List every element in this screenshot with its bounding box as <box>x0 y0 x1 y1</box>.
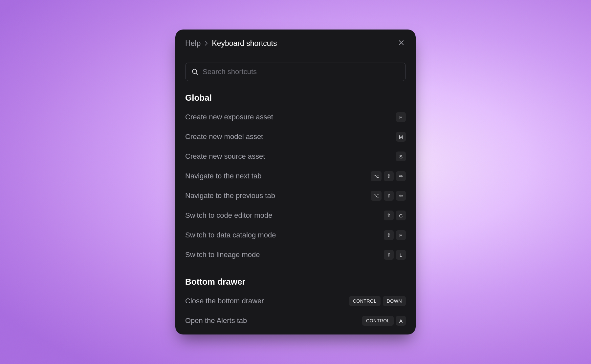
shortcut-label: Navigate to the previous tab <box>185 192 275 200</box>
key-badge: E <box>396 230 406 240</box>
shortcut-label: Navigate to the next tab <box>185 172 261 180</box>
search-field[interactable] <box>185 63 406 81</box>
key-badge: M <box>396 132 406 142</box>
key-badge: ⇧ <box>384 230 394 240</box>
key-badge: ⇧ <box>384 191 394 201</box>
shortcut-label: Close the bottom drawer <box>185 297 264 305</box>
close-button[interactable] <box>397 38 406 49</box>
chevron-right-icon <box>205 41 208 46</box>
shortcuts-list: GlobalCreate new exposure assetECreate n… <box>185 93 406 326</box>
key-badge: ⌥ <box>371 171 382 181</box>
shortcut-keys: ⌥⇧⇦ <box>371 191 406 201</box>
key-badge: ⇦ <box>396 191 406 201</box>
shortcut-keys: M <box>396 132 406 142</box>
shortcut-keys: CONTROLDOWN <box>349 296 406 306</box>
shortcut-row: Switch to code editor mode⇧C <box>185 211 406 220</box>
shortcut-keys: ⇧L <box>384 250 406 260</box>
key-badge: ⇨ <box>396 171 406 181</box>
shortcut-row: Close the bottom drawerCONTROLDOWN <box>185 296 406 306</box>
shortcut-row: Create new source assetS <box>185 152 406 161</box>
key-badge: DOWN <box>383 296 406 306</box>
key-badge: ⌥ <box>371 191 382 201</box>
key-badge: ⇧ <box>384 250 394 260</box>
key-badge: CONTROL <box>362 316 394 326</box>
shortcut-row: Switch to data catalog mode⇧E <box>185 230 406 240</box>
close-icon <box>398 39 405 47</box>
shortcut-keys: ⇧C <box>384 211 406 220</box>
shortcut-keys: ⌥⇧⇨ <box>371 171 406 181</box>
key-badge: C <box>396 211 406 220</box>
shortcut-keys: E <box>396 112 406 122</box>
key-badge: ⇧ <box>384 171 394 181</box>
section-title: Global <box>185 93 406 103</box>
breadcrumb: Help Keyboard shortcuts <box>185 39 277 48</box>
shortcut-row: Create new exposure assetE <box>185 112 406 122</box>
svg-point-0 <box>192 69 197 73</box>
key-badge: A <box>396 316 406 326</box>
search-icon <box>191 68 199 75</box>
shortcut-row: Open the Alerts tabCONTROLA <box>185 316 406 326</box>
breadcrumb-help-link[interactable]: Help <box>185 39 201 48</box>
section-title: Bottom drawer <box>185 277 406 287</box>
breadcrumb-title: Keyboard shortcuts <box>212 39 277 48</box>
shortcut-row: Navigate to the next tab⌥⇧⇨ <box>185 171 406 181</box>
shortcut-label: Create new model asset <box>185 132 263 141</box>
shortcut-label: Switch to lineage mode <box>185 251 260 259</box>
key-badge: ⇧ <box>384 211 394 220</box>
key-badge: CONTROL <box>349 296 381 306</box>
shortcut-label: Open the Alerts tab <box>185 316 247 325</box>
key-badge: S <box>396 152 406 161</box>
shortcut-keys: CONTROLA <box>362 316 406 326</box>
key-badge: L <box>396 250 406 260</box>
keyboard-shortcuts-modal: Help Keyboard shortcuts GlobalCreate new… <box>175 30 416 334</box>
shortcut-label: Switch to data catalog mode <box>185 231 276 239</box>
search-input[interactable] <box>203 68 400 76</box>
shortcut-row: Switch to lineage mode⇧L <box>185 250 406 260</box>
shortcut-keys: S <box>396 152 406 161</box>
shortcut-row: Navigate to the previous tab⌥⇧⇦ <box>185 191 406 201</box>
shortcut-label: Switch to code editor mode <box>185 211 272 220</box>
shortcut-label: Create new exposure asset <box>185 113 273 121</box>
shortcut-row: Create new model assetM <box>185 132 406 142</box>
shortcut-label: Create new source asset <box>185 152 265 161</box>
shortcut-keys: ⇧E <box>384 230 406 240</box>
modal-body: GlobalCreate new exposure assetECreate n… <box>175 56 416 334</box>
key-badge: E <box>396 112 406 122</box>
modal-header: Help Keyboard shortcuts <box>175 30 416 56</box>
